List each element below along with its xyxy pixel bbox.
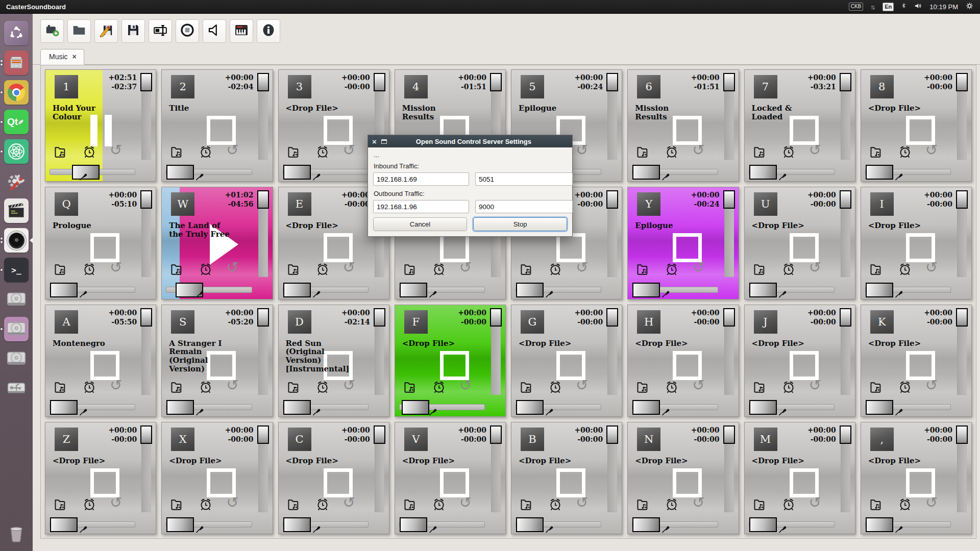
seek-slider-handle[interactable] bbox=[400, 517, 427, 532]
seek-slider[interactable] bbox=[865, 287, 951, 293]
timer-clock-icon[interactable] bbox=[431, 496, 447, 512]
volume-slider-handle[interactable] bbox=[723, 190, 735, 209]
open-file-icon[interactable] bbox=[753, 144, 768, 160]
volume-slider-handle[interactable] bbox=[606, 73, 618, 91]
seek-slider-handle[interactable] bbox=[50, 517, 78, 532]
launcher-item-audio-player[interactable] bbox=[0, 226, 33, 255]
volume-slider[interactable] bbox=[141, 73, 151, 160]
loop-icon[interactable]: ↺ bbox=[809, 378, 821, 393]
volume-slider[interactable] bbox=[491, 425, 501, 512]
seek-slider[interactable] bbox=[166, 169, 252, 175]
sound-tile-6[interactable]: 6+00:00-01:51Mission Results↺ bbox=[627, 69, 739, 182]
volume-slider-handle[interactable] bbox=[140, 190, 152, 209]
launcher-item-video-editor[interactable] bbox=[0, 196, 33, 226]
loop-icon[interactable]: ↺ bbox=[459, 260, 472, 275]
open-file-icon[interactable] bbox=[54, 262, 69, 277]
tab-music[interactable]: Music × bbox=[40, 49, 84, 65]
open-file-icon[interactable] bbox=[170, 497, 185, 512]
volume-slider-handle[interactable] bbox=[140, 73, 152, 91]
open-file-icon[interactable] bbox=[869, 380, 885, 395]
timer-clock-icon[interactable] bbox=[314, 143, 331, 160]
dialog-close-icon[interactable]: × bbox=[372, 138, 377, 145]
timer-clock-icon[interactable] bbox=[780, 496, 797, 512]
timer-clock-icon[interactable] bbox=[897, 379, 913, 395]
sound-tile-C[interactable]: C+00:00-00:00<Drop File>↺ bbox=[278, 422, 389, 534]
volume-slider[interactable] bbox=[141, 308, 151, 395]
open-file-icon[interactable] bbox=[636, 262, 651, 277]
seek-slider-handle[interactable] bbox=[632, 517, 660, 532]
loop-icon[interactable]: ↺ bbox=[576, 260, 588, 275]
launcher-item-chrome-browser[interactable] bbox=[0, 78, 33, 107]
timer-clock-icon[interactable] bbox=[897, 496, 913, 512]
dialog-shade-icon[interactable] bbox=[381, 139, 387, 144]
keyboard-layout-indicator[interactable]: En bbox=[883, 3, 894, 11]
seek-slider-handle[interactable] bbox=[516, 283, 544, 297]
color-picker-icon[interactable] bbox=[659, 170, 672, 182]
seek-slider[interactable] bbox=[399, 287, 485, 293]
color-picker-icon[interactable] bbox=[776, 170, 789, 182]
save-board-button[interactable] bbox=[121, 19, 145, 43]
volume-slider[interactable] bbox=[841, 308, 850, 395]
volume-slider-handle[interactable] bbox=[956, 308, 968, 327]
color-picker-icon[interactable] bbox=[427, 522, 439, 534]
open-file-icon[interactable] bbox=[54, 144, 69, 160]
loop-icon[interactable]: ↺ bbox=[343, 142, 355, 158]
volume-slider[interactable] bbox=[258, 73, 268, 160]
volume-slider[interactable] bbox=[141, 425, 151, 512]
seek-slider-handle[interactable] bbox=[749, 165, 777, 180]
seek-slider-handle[interactable] bbox=[400, 283, 427, 297]
timer-clock-icon[interactable] bbox=[780, 261, 797, 277]
seek-slider-handle[interactable] bbox=[50, 283, 78, 297]
launcher-item-trash[interactable] bbox=[0, 518, 33, 548]
seek-slider-handle[interactable] bbox=[866, 517, 893, 532]
seek-slider[interactable] bbox=[749, 404, 835, 410]
open-file-icon[interactable] bbox=[520, 497, 535, 512]
seek-slider[interactable] bbox=[283, 287, 369, 293]
seek-slider[interactable] bbox=[632, 521, 718, 528]
color-picker-icon[interactable] bbox=[659, 287, 672, 299]
loop-icon[interactable]: ↺ bbox=[692, 260, 704, 275]
outbound-port-input[interactable] bbox=[475, 200, 573, 213]
volume-slider-handle[interactable] bbox=[723, 73, 735, 91]
open-file-icon[interactable] bbox=[403, 262, 419, 277]
sound-tile-W[interactable]: W+01:02-04:56The Land of the Truly Free↺ bbox=[161, 187, 273, 299]
seek-slider[interactable] bbox=[632, 404, 718, 410]
volume-slider-handle[interactable] bbox=[840, 308, 851, 327]
seek-slider[interactable] bbox=[749, 287, 835, 293]
volume-slider[interactable] bbox=[258, 190, 268, 277]
open-file-icon[interactable] bbox=[287, 380, 302, 395]
sound-tile-7[interactable]: 7+00:00-03:21Locked & Loaded↺ bbox=[744, 69, 855, 182]
volume-slider[interactable] bbox=[607, 190, 617, 277]
launcher-item-usb-drive[interactable] bbox=[0, 373, 33, 403]
tab-close-icon[interactable]: × bbox=[72, 54, 77, 60]
timer-clock-icon[interactable] bbox=[664, 143, 680, 160]
volume-slider[interactable] bbox=[724, 425, 734, 512]
volume-slider-handle[interactable] bbox=[490, 73, 502, 91]
launcher-item-hard-disk-2[interactable] bbox=[0, 314, 33, 344]
color-picker-icon[interactable] bbox=[193, 170, 206, 182]
loop-icon[interactable]: ↺ bbox=[343, 378, 355, 393]
loop-icon[interactable]: ↺ bbox=[809, 260, 821, 275]
color-picker-icon[interactable] bbox=[543, 522, 555, 534]
launcher-item-terminal[interactable]: >_ bbox=[0, 255, 33, 285]
session-gear-icon[interactable] bbox=[965, 2, 974, 12]
loop-icon[interactable]: ↺ bbox=[809, 495, 821, 510]
timer-clock-icon[interactable] bbox=[664, 261, 680, 277]
sound-tile-1[interactable]: 1+02:51-02:37Hold Your Colour↺ bbox=[45, 69, 156, 182]
sound-tile-X[interactable]: X+00:00-00:00<Drop File>↺ bbox=[161, 422, 273, 534]
loop-icon[interactable]: ↺ bbox=[809, 142, 821, 158]
loop-icon[interactable]: ↺ bbox=[110, 142, 122, 158]
loop-icon[interactable]: ↺ bbox=[925, 378, 938, 393]
volume-slider-handle[interactable] bbox=[374, 73, 385, 91]
save-board-as-button[interactable] bbox=[94, 19, 118, 43]
launcher-item-qt-creator[interactable]: Qt bbox=[0, 107, 33, 137]
loop-icon[interactable]: ↺ bbox=[343, 260, 355, 275]
seek-slider-handle[interactable] bbox=[283, 283, 311, 297]
seek-slider[interactable] bbox=[865, 404, 951, 410]
launcher-item-ubuntu-dash[interactable] bbox=[0, 18, 33, 48]
seek-slider[interactable] bbox=[50, 287, 135, 293]
volume-slider[interactable] bbox=[957, 190, 967, 277]
seek-slider[interactable] bbox=[50, 521, 135, 528]
volume-slider-handle[interactable] bbox=[257, 73, 269, 91]
volume-slider[interactable] bbox=[724, 190, 734, 277]
